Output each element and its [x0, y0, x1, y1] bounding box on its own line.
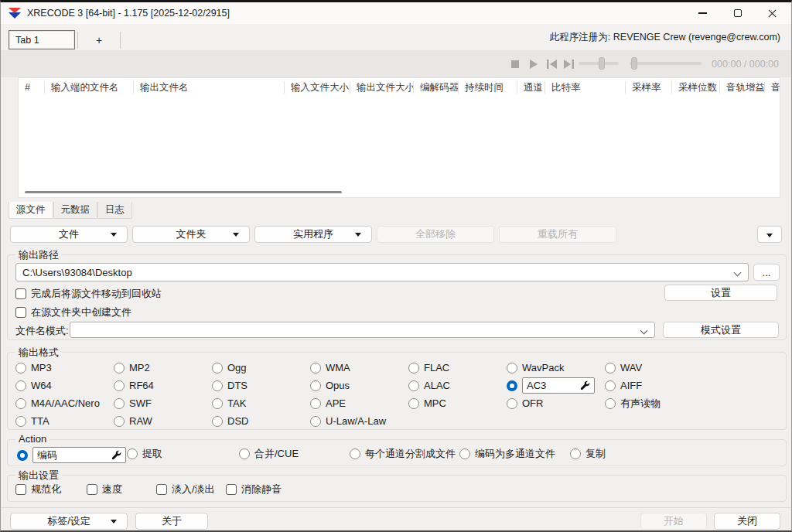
- utilities-menu-button[interactable]: 实用程序: [254, 226, 372, 243]
- about-label: 关于: [162, 514, 182, 528]
- play-button[interactable]: [530, 50, 538, 77]
- option-ac3[interactable]: AC3: [507, 377, 595, 394]
- option-label: MP3: [31, 362, 52, 373]
- option-dts[interactable]: DTS: [212, 380, 248, 391]
- setting-checkbox-规范化[interactable]: 规范化: [15, 483, 61, 496]
- option-rf64[interactable]: RF64: [114, 380, 154, 391]
- format-cell: MP2: [114, 359, 212, 377]
- option-mp3[interactable]: MP3: [15, 362, 52, 373]
- add-tab-button[interactable]: +: [87, 30, 111, 49]
- remove-all-button[interactable]: 全部移除: [377, 226, 494, 243]
- option-opus[interactable]: Opus: [310, 380, 350, 391]
- column-header-比特率[interactable]: 比特率: [544, 81, 625, 94]
- move-to-recycle-checkbox[interactable]: 完成后将源文件移动到回收站: [15, 287, 162, 301]
- radio-icon: [605, 398, 616, 409]
- option-ape[interactable]: APE: [310, 397, 346, 409]
- pattern-settings-button[interactable]: 模式设置: [663, 322, 779, 338]
- column-header-item[interactable]: #: [19, 81, 44, 94]
- tab-1[interactable]: Tab 1: [9, 30, 75, 49]
- option-ofr[interactable]: OFR: [507, 397, 543, 409]
- column-header-编解码器[interactable]: 编解码器: [413, 81, 458, 94]
- option-dsd[interactable]: DSD: [212, 415, 248, 427]
- seek-slider-thumb[interactable]: [631, 57, 637, 70]
- option-label: MPC: [424, 397, 446, 409]
- reload-all-button[interactable]: 重载所有: [499, 226, 616, 243]
- column-header-输入文件大小[interactable]: 输入文件大小: [284, 81, 350, 94]
- format-cell: ALAC: [408, 377, 507, 394]
- browse-button[interactable]: ...: [753, 264, 780, 281]
- column-header-通道[interactable]: 通道: [517, 81, 544, 94]
- option-raw[interactable]: RAW: [114, 415, 152, 427]
- panel-tab-source-files[interactable]: 源文件: [9, 202, 53, 219]
- about-button[interactable]: 关于: [135, 513, 208, 530]
- stop-button[interactable]: [511, 50, 519, 77]
- volume-slider-thumb[interactable]: [599, 57, 605, 70]
- horizontal-scrollbar[interactable]: [25, 191, 342, 193]
- option-提取[interactable]: 提取: [127, 447, 162, 461]
- app-logo-icon: [9, 8, 21, 19]
- column-header-音轨增益[interactable]: 音轨增益: [719, 81, 764, 94]
- option-ogg[interactable]: Ogg: [212, 362, 247, 373]
- option-wavpack[interactable]: WavPack: [507, 362, 564, 373]
- filename-pattern-combo[interactable]: [70, 322, 655, 338]
- setting-checkbox-消除静音[interactable]: 消除静音: [226, 483, 282, 496]
- option-m4a-aac-nero[interactable]: M4A/AAC/Nero: [15, 397, 100, 409]
- close-button[interactable]: [755, 2, 790, 24]
- start-button[interactable]: 开始: [640, 513, 707, 530]
- option-每个通道分割成文件[interactable]: 每个通道分割成文件: [350, 447, 456, 461]
- option-w64[interactable]: W64: [15, 380, 52, 391]
- settings-button[interactable]: 设置: [664, 285, 777, 301]
- skip-to-start-icon: [547, 60, 557, 69]
- radio-icon: [310, 380, 321, 391]
- option-tak[interactable]: TAK: [212, 397, 246, 409]
- option-编码为多通道文件[interactable]: 编码为多通道文件: [459, 447, 555, 461]
- maximize-button[interactable]: [720, 2, 755, 24]
- column-header-持续时间[interactable]: 持续时间: [458, 81, 517, 94]
- option-alac[interactable]: ALAC: [408, 380, 450, 391]
- option-aiff[interactable]: AIFF: [605, 380, 642, 391]
- previous-button[interactable]: [547, 50, 557, 77]
- setting-checkbox-速度[interactable]: 速度: [87, 483, 122, 496]
- folder-menu-button[interactable]: 文件夹: [132, 226, 250, 243]
- more-options-button[interactable]: [757, 226, 782, 243]
- option-编码[interactable]: 编码: [17, 447, 126, 463]
- selected-option-config-box[interactable]: AC3: [522, 377, 595, 394]
- minimize-button[interactable]: [685, 2, 720, 24]
- column-header-输入端的文件名[interactable]: 输入端的文件名: [44, 81, 133, 94]
- volume-slider[interactable]: [579, 62, 619, 65]
- seek-slider[interactable]: [630, 62, 702, 65]
- option-复制[interactable]: 复制: [570, 447, 606, 461]
- column-header-输出文件名[interactable]: 输出文件名: [133, 81, 284, 94]
- format-cell: U-Law/A-Law: [310, 412, 408, 430]
- radio-icon: [408, 398, 419, 409]
- tags-presets-button[interactable]: 标签/设定: [10, 513, 128, 530]
- selected-option-label: AC3: [527, 380, 546, 391]
- option-mp2[interactable]: MP2: [114, 362, 150, 373]
- column-header-输出文件大小[interactable]: 输出文件大小: [350, 81, 413, 94]
- option-label: 每个通道分割成文件: [365, 447, 456, 461]
- option-label: TTA: [31, 415, 50, 427]
- file-menu-button[interactable]: 文件: [10, 226, 128, 243]
- option-wav[interactable]: WAV: [605, 362, 642, 373]
- option-flac[interactable]: FLAC: [408, 362, 449, 373]
- close-app-button[interactable]: 关闭: [714, 513, 780, 530]
- next-button[interactable]: [564, 50, 574, 77]
- output-path-combo[interactable]: C:\Users\93084\Desktop: [15, 263, 749, 281]
- create-in-source-checkbox[interactable]: 在源文件夹中创建文件: [15, 305, 131, 319]
- option-u-law-a-law[interactable]: U-Law/A-Law: [310, 415, 386, 427]
- panel-tab-metadata[interactable]: 元数据: [53, 202, 98, 219]
- column-header-采样位数[interactable]: 采样位数: [671, 81, 719, 94]
- option-mpc[interactable]: MPC: [408, 397, 446, 409]
- checkbox-icon: [15, 288, 26, 299]
- column-header-音[interactable]: 音: [764, 81, 780, 94]
- panel-tab-log[interactable]: 日志: [97, 202, 132, 219]
- column-header-采样率[interactable]: 采样率: [625, 81, 671, 94]
- option-swf[interactable]: SWF: [114, 397, 152, 409]
- player-time: 000:00 / 000:00: [712, 50, 779, 77]
- option-有声读物[interactable]: 有声读物: [605, 397, 661, 411]
- setting-checkbox-淡入-淡出[interactable]: 淡入/淡出: [156, 483, 215, 496]
- option-wma[interactable]: WMA: [310, 362, 350, 373]
- option-tta[interactable]: TTA: [15, 415, 50, 427]
- option-合并-cue[interactable]: 合并/CUE: [239, 447, 299, 461]
- selected-option-config-box[interactable]: 编码: [32, 447, 126, 463]
